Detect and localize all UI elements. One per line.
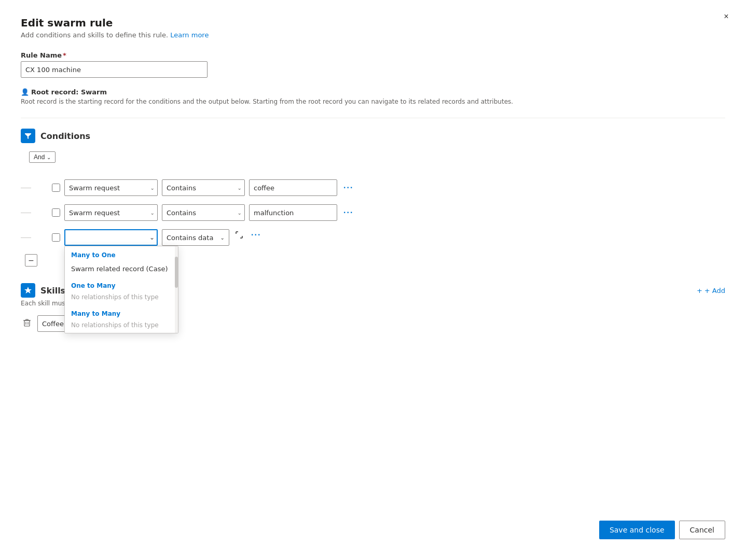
operator-select-wrapper-2: Contains ⌄ xyxy=(162,204,245,221)
value-input-1[interactable] xyxy=(249,179,337,196)
modal-footer: Save and close Cancel xyxy=(599,521,725,539)
field-select-wrapper-1: Swarm request ⌄ xyxy=(64,179,158,196)
root-record-section: 👤 Root record: Swarm Root record is the … xyxy=(21,88,725,105)
condition-row-1: Swarm request ⌄ Contains ⌄ ··· xyxy=(31,179,725,196)
more-options-button-1[interactable]: ··· xyxy=(341,182,355,193)
condition-checkbox-1[interactable] xyxy=(52,184,60,192)
rule-name-input[interactable] xyxy=(21,61,208,78)
conditions-area: And ⌄ Swarm request ⌄ Contains xyxy=(21,151,725,267)
remove-row-button[interactable]: − xyxy=(25,254,37,267)
subtitle: Add conditions and skills to define this… xyxy=(21,31,725,39)
close-button[interactable]: × xyxy=(719,9,734,24)
person-icon: 👤 xyxy=(21,88,29,96)
add-skill-button[interactable]: + + Add xyxy=(697,287,725,295)
field-selector-input-3[interactable]: ⌄ xyxy=(64,229,158,246)
skills-icon xyxy=(21,283,35,298)
conditions-section-header: Conditions xyxy=(21,129,725,143)
chevron-down-icon: ⌄ xyxy=(47,155,51,160)
field-select-2[interactable]: Swarm request xyxy=(64,204,158,221)
operator-select-1[interactable]: Contains xyxy=(162,179,245,196)
condition-checkbox-2[interactable] xyxy=(52,208,60,217)
field-select-1[interactable]: Swarm request xyxy=(64,179,158,196)
field-select-wrapper-2: Swarm request ⌄ xyxy=(64,204,158,221)
page-title: Edit swarm rule xyxy=(21,17,725,29)
operator-select-wrapper-3: Contains data ⌄ xyxy=(162,229,229,246)
no-many-to-many-label: No relationships of this type xyxy=(65,319,178,333)
divider-1 xyxy=(21,118,725,118)
more-options-button-2[interactable]: ··· xyxy=(341,207,355,218)
delete-skill-button[interactable] xyxy=(21,316,33,331)
modal-container: × Edit swarm rule Add conditions and ski… xyxy=(0,0,746,560)
svg-rect-0 xyxy=(24,320,30,326)
many-to-one-label: Many to One xyxy=(65,246,178,261)
chevron-down-icon: ⌄ xyxy=(220,235,225,241)
learn-more-link[interactable]: Learn more xyxy=(170,31,209,39)
operator-select-wrapper-1: Contains ⌄ xyxy=(162,179,245,196)
operator-select-3[interactable]: Contains data ⌄ xyxy=(162,229,229,246)
expand-icon[interactable] xyxy=(233,229,245,241)
root-record-description: Root record is the starting record for t… xyxy=(21,98,725,105)
field-dropdown-menu: Many to One Swarm related record (Case) … xyxy=(64,246,178,333)
more-options-button-3[interactable]: ··· xyxy=(249,229,263,241)
one-to-many-label: One to Many xyxy=(65,277,178,291)
swarm-related-item[interactable]: Swarm related record (Case) xyxy=(65,261,178,277)
conditions-icon xyxy=(21,129,35,143)
operator-select-2[interactable]: Contains xyxy=(162,204,245,221)
no-one-to-many-label: No relationships of this type xyxy=(65,291,178,305)
chevron-down-icon: ⌄ xyxy=(149,234,155,241)
conditions-title: Conditions xyxy=(40,131,90,141)
condition-row-2: Swarm request ⌄ Contains ⌄ ··· xyxy=(31,204,725,221)
and-button[interactable]: And ⌄ xyxy=(29,151,56,163)
field-selector-open: ⌄ Many to One Swarm related record (Case… xyxy=(64,229,158,246)
cancel-button[interactable]: Cancel xyxy=(679,521,725,539)
rule-name-label: Rule Name* xyxy=(21,51,725,59)
condition-checkbox-3[interactable] xyxy=(52,233,60,242)
many-to-many-label: Many to Many xyxy=(65,305,178,319)
value-input-2[interactable] xyxy=(249,204,337,221)
skills-title: Skills xyxy=(40,286,65,296)
condition-row-3: ⌄ Many to One Swarm related record (Case… xyxy=(31,229,725,246)
save-and-close-button[interactable]: Save and close xyxy=(599,521,675,539)
